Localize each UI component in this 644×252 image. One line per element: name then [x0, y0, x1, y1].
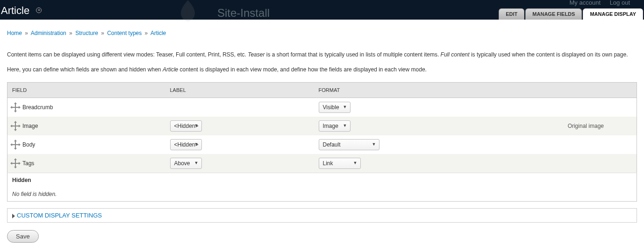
- breadcrumb-link[interactable]: Article: [150, 30, 166, 36]
- user-links: My account Log out: [562, 0, 630, 6]
- breadcrumb-link[interactable]: Content types: [107, 30, 142, 36]
- empty-message: No field is hidden.: [7, 187, 637, 202]
- help-text-em: Article: [163, 66, 178, 73]
- primary-tabs: EDIT MANAGE FIELDS MANAGE DISPLAY: [499, 8, 644, 20]
- drupal-logo-icon: [174, 0, 202, 22]
- col-header-label: LABEL: [165, 83, 314, 98]
- logout-link[interactable]: Log out: [610, 0, 630, 6]
- display-fields-table: FIELD LABEL FORMAT Breadcrumb Visible Im…: [7, 82, 637, 202]
- breadcrumb: Home » Administration » Structure » Cont…: [7, 25, 637, 40]
- page-title-text: Article: [1, 5, 29, 16]
- help-text-part: is typically used when the content is di…: [470, 51, 628, 58]
- drag-handle-icon[interactable]: [12, 104, 19, 111]
- help-text: Content items can be displayed using dif…: [7, 50, 637, 74]
- format-select[interactable]: Image: [319, 120, 351, 132]
- field-name: Body: [22, 141, 35, 148]
- breadcrumb-sep: »: [145, 30, 148, 36]
- help-text-em: Full content: [441, 51, 470, 58]
- custom-display-settings-fieldset: CUSTOM DISPLAY SETTINGS: [7, 208, 637, 223]
- breadcrumb-link[interactable]: Administration: [31, 30, 66, 36]
- help-text-part: Here, you can define which fields are sh…: [7, 66, 163, 73]
- format-summary: Original image: [568, 123, 604, 129]
- help-text-part: Content items can be displayed using dif…: [7, 51, 248, 58]
- tab-manage-display[interactable]: MANAGE DISPLAY: [583, 8, 643, 20]
- region-hidden: Hidden: [7, 173, 637, 188]
- breadcrumb-sep: »: [25, 30, 28, 36]
- main-content: Home » Administration » Structure » Cont…: [0, 20, 644, 252]
- format-select[interactable]: Visible: [319, 102, 351, 113]
- breadcrumb-sep: »: [69, 30, 72, 36]
- region-hidden-empty: No field is hidden.: [7, 187, 637, 202]
- breadcrumb-link[interactable]: Structure: [75, 30, 98, 36]
- breadcrumb-link[interactable]: Home: [7, 30, 22, 36]
- drag-handle-icon[interactable]: [12, 141, 19, 148]
- site-name[interactable]: Site-Install: [217, 7, 270, 20]
- field-name: Image: [22, 123, 38, 129]
- label-select[interactable]: <Hidden>: [170, 120, 202, 132]
- tab-manage-fields[interactable]: MANAGE FIELDS: [525, 8, 582, 20]
- region-title: Hidden: [7, 173, 637, 188]
- table-row: Image <Hidden> Image Original image: [7, 117, 637, 135]
- my-account-link[interactable]: My account: [570, 0, 601, 6]
- expand-icon[interactable]: [12, 214, 15, 218]
- table-row: Body <Hidden> Default: [7, 135, 637, 154]
- col-header-format: FORMAT: [314, 83, 637, 98]
- admin-toolbar: Article Site-Install My account Log out …: [0, 0, 644, 20]
- fieldset-toggle[interactable]: CUSTOM DISPLAY SETTINGS: [17, 212, 102, 219]
- add-shortcut-icon[interactable]: [36, 7, 42, 13]
- page-title: Article: [1, 5, 42, 17]
- label-select[interactable]: <Hidden>: [170, 139, 202, 150]
- drag-handle-icon[interactable]: [12, 123, 19, 129]
- col-header-field: FIELD: [7, 83, 165, 98]
- format-select[interactable]: Link: [319, 158, 361, 169]
- save-button[interactable]: Save: [7, 230, 39, 243]
- tab-edit[interactable]: EDIT: [499, 8, 524, 20]
- format-select[interactable]: Default: [319, 139, 379, 150]
- drag-handle-icon[interactable]: [12, 160, 19, 167]
- table-row: Breadcrumb Visible: [7, 98, 637, 117]
- table-row: Tags Above Link: [7, 154, 637, 173]
- breadcrumb-sep: »: [101, 30, 104, 36]
- help-text-em: Teaser: [248, 51, 265, 58]
- field-name: Breadcrumb: [22, 104, 53, 111]
- label-select[interactable]: Above: [170, 158, 202, 169]
- help-text-part: content is displayed in each view mode, …: [178, 66, 427, 73]
- field-name: Tags: [22, 160, 34, 167]
- help-text-part: is a short format that is typically used…: [265, 51, 440, 58]
